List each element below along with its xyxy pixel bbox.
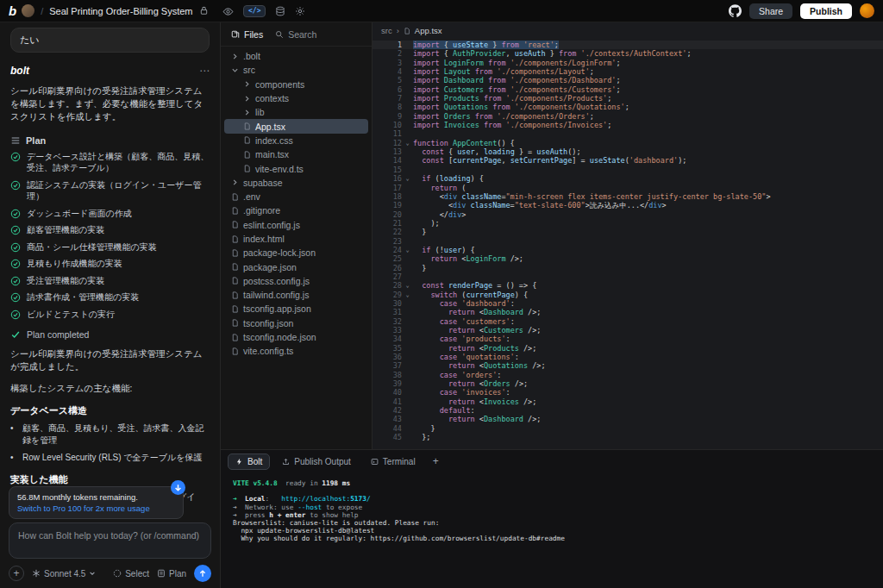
code-line-6[interactable]: 6import Customers from './components/Cus… [373,85,883,94]
upgrade-link[interactable]: Switch to Pro 100 for 2x more usage [17,504,175,513]
preview-eye-icon[interactable] [222,6,234,17]
code-line-43[interactable]: 43 return <Dashboard />; [373,415,883,423]
tab-search[interactable]: Search [275,29,316,40]
code-line-27[interactable]: 27 [373,272,883,281]
folder-src[interactable]: src [224,63,368,77]
code-line-19[interactable]: 19 <div className="text-slate-600">読み込み中… [373,201,883,210]
file-eslint.config.js[interactable]: eslint.config.js [224,218,368,232]
file-App.tsx[interactable]: App.tsx [224,119,368,133]
code-line-22[interactable]: 22 } [373,228,883,236]
publish-button[interactable]: Publish [800,3,852,19]
code-line-30[interactable]: 30 case 'dashboard': [373,299,883,308]
file-tsconfig.node.json[interactable]: tsconfig.node.json [224,330,368,344]
code-line-36[interactable]: 36 case 'quotations': [373,353,883,361]
github-icon[interactable] [729,4,742,17]
plan-header[interactable]: Plan [10,135,210,146]
code-line-29[interactable]: 29⌄ switch (currentPage) { [373,291,883,299]
code-line-25[interactable]: 25 return <LoginForm />; [373,254,883,263]
tab-terminal[interactable]: Terminal [363,454,423,470]
code-line-32[interactable]: 32 case 'customers': [373,317,883,326]
code-line-37[interactable]: 37 return <Quotations />; [373,361,883,370]
file-vite-env.d.ts[interactable]: vite-env.d.ts [224,161,368,175]
send-button[interactable] [194,565,211,582]
file-main.tsx[interactable]: main.tsx [224,147,368,161]
code-line-8[interactable]: 8import Quotations from './components/Qu… [373,103,883,111]
share-button[interactable]: Share [749,3,792,19]
fold-chevron-icon[interactable]: ⌄ [402,174,413,183]
code-line-28[interactable]: 28⌄ const renderPage = () => { [373,281,883,290]
code-line-1[interactable]: 1import { useState } from 'react'; [373,41,883,49]
terminal-output[interactable]: VITE v5.4.8 ready in 1198 ms ➜ Local: ht… [221,472,883,588]
message-menu-icon[interactable]: ⋯ [199,65,210,77]
code-line-14[interactable]: 14 const [currentPage, setCurrentPage] =… [373,156,883,165]
code-line-34[interactable]: 34 case 'products': [373,335,883,343]
folder-.bolt[interactable]: .bolt [224,49,368,63]
code-line-31[interactable]: 31 return <Dashboard />; [373,308,883,316]
file-.gitignore[interactable]: .gitignore [224,203,368,217]
breadcrumb-file[interactable]: App.tsx [415,26,442,35]
code-view-toggle[interactable]: </> [243,5,266,17]
code-line-15[interactable]: 15 [373,166,883,174]
model-selector[interactable]: Sonnet 4.5 [32,569,96,579]
user-avatar[interactable] [860,3,874,18]
code-line-40[interactable]: 40 case 'invoices': [373,388,883,397]
code-area[interactable]: 1import { useState } from 'react';2impor… [373,39,883,449]
folder-components[interactable]: components [224,78,368,91]
code-line-12[interactable]: 12⌄function AppContent() { [373,139,883,147]
code-line-17[interactable]: 17 return ( [373,184,883,192]
code-line-20[interactable]: 20 </div> [373,210,883,219]
code-line-4[interactable]: 4import Layout from './components/Layout… [373,67,883,76]
file-index.css[interactable]: index.css [224,134,368,147]
folder-supabase[interactable]: supabase [224,176,368,190]
code-line-26[interactable]: 26 } [373,264,883,272]
tab-files[interactable]: Files [231,29,263,40]
file-tsconfig.json[interactable]: tsconfig.json [224,316,368,330]
database-icon[interactable] [275,6,285,16]
plan-mode-button[interactable]: Plan [157,569,186,579]
code-line-18[interactable]: 18 <div className="min-h-screen flex ite… [373,192,883,201]
fold-chevron-icon[interactable]: ⌄ [402,246,413,254]
select-mode-button[interactable]: Select [113,569,149,579]
add-terminal-button[interactable]: + [428,455,444,467]
file-index.html[interactable]: index.html [224,232,368,246]
file-.env[interactable]: .env [224,190,368,203]
fold-chevron-icon[interactable]: ⌄ [402,139,413,147]
scroll-to-bottom-button[interactable] [171,480,185,495]
code-line-21[interactable]: 21 ); [373,219,883,228]
code-line-38[interactable]: 38 case 'orders': [373,371,883,379]
folder-contexts[interactable]: contexts [224,91,368,105]
file-package-lock.json[interactable]: package-lock.json [224,246,368,260]
code-line-11[interactable]: 11 [373,129,883,138]
chat-input[interactable]: How can Bolt help you today? (or /comman… [9,522,211,559]
file-tsconfig.app.json[interactable]: tsconfig.app.json [224,302,368,316]
code-line-45[interactable]: 45 }; [373,433,883,441]
code-line-10[interactable]: 10import Invoices from './components/Inv… [373,121,883,129]
attach-plus-button[interactable]: + [9,566,24,581]
code-line-33[interactable]: 33 return <Customers />; [373,326,883,335]
tab-bolt[interactable]: Bolt [228,454,270,470]
code-line-9[interactable]: 9import Orders from './components/Orders… [373,112,883,121]
code-line-23[interactable]: 23 [373,237,883,246]
folder-lib[interactable]: lib [224,105,368,119]
code-line-41[interactable]: 41 return <Invoices />; [373,397,883,406]
code-line-16[interactable]: 16⌄ if (loading) { [373,174,883,183]
breadcrumb-src[interactable]: src [381,26,392,35]
file-postcss.config.js[interactable]: postcss.config.js [224,274,368,288]
settings-gear-icon[interactable] [295,6,305,16]
code-line-39[interactable]: 39 return <Orders />; [373,379,883,388]
bolt-logo[interactable]: b [9,3,16,18]
code-line-2[interactable]: 2import { AuthProvider, useAuth } from '… [373,49,883,58]
code-line-42[interactable]: 42 default: [373,406,883,415]
project-title[interactable]: Seal Printing Order-Billing System [49,6,192,16]
file-vite.config.ts[interactable]: vite.config.ts [224,344,368,358]
code-line-44[interactable]: 44 } [373,424,883,433]
code-line-3[interactable]: 3import LoginForm from './components/Log… [373,59,883,67]
code-line-35[interactable]: 35 return <Products />; [373,344,883,353]
fold-chevron-icon[interactable]: ⌄ [402,281,413,290]
code-line-5[interactable]: 5import Dashboard from './components/Das… [373,76,883,84]
code-line-13[interactable]: 13 const { user, loading } = useAuth(); [373,147,883,156]
fold-chevron-icon[interactable]: ⌄ [402,291,413,299]
chat-scroll-area[interactable]: たい bolt ⋯ シール印刷業界向けの受発注請求管理システムを構築します。まず… [0,22,220,516]
tab-publish-output[interactable]: Publish Output [274,454,359,470]
code-line-24[interactable]: 24⌄ if (!user) { [373,246,883,254]
